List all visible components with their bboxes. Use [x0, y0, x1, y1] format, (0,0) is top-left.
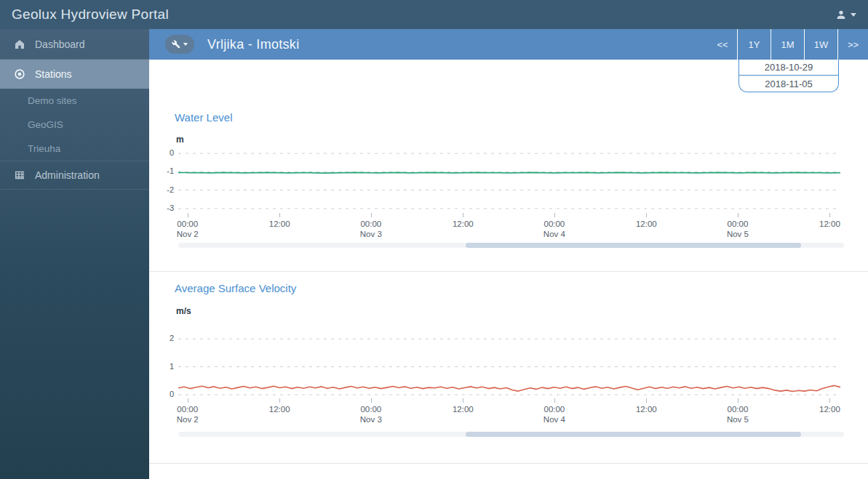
range-button-1y[interactable]: 1Y	[738, 29, 771, 60]
chart-horizontal-scrollbar[interactable]	[178, 243, 844, 248]
x-axis-time-label: 00:00	[722, 220, 754, 228]
sidebar-item-geogis[interactable]: GeoGIS	[0, 113, 149, 137]
x-axis-tick	[829, 213, 830, 217]
date-range-start[interactable]: 2018-10-29	[739, 60, 838, 76]
x-axis-time-label: 12:00	[263, 405, 295, 414]
y-axis-tick-label: -3	[152, 204, 174, 212]
data-series-line	[178, 385, 840, 391]
x-axis-time-label: 12:00	[263, 220, 295, 228]
sidebar: DashboardStationsDemo sitesGeoGISTrieuha…	[0, 29, 149, 479]
range-controls: << 1Y1M1W >>	[708, 29, 868, 60]
chart-title: Water Level	[175, 111, 232, 124]
sidebar-item-label: Stations	[35, 68, 72, 80]
x-axis-date-label: Nov 4	[538, 230, 570, 238]
sidebar-item-demo-sites[interactable]: Demo sites	[0, 89, 149, 113]
sidebar-item-label: Dashboard	[35, 39, 85, 50]
y-axis-tick-label: -1	[152, 166, 174, 175]
x-axis: 00:00Nov 212:0000:00Nov 312:0000:00Nov 4…	[178, 398, 840, 432]
x-axis-time-label: 12:00	[813, 405, 845, 414]
x-axis-time-label: 00:00	[355, 405, 387, 414]
x-axis-date-label: Nov 4	[538, 415, 570, 424]
sidebar-item-label: Demo sites	[28, 95, 77, 106]
x-axis-tick	[646, 398, 647, 403]
chart-plot-area	[178, 331, 840, 400]
chart-unit-label: m/s	[176, 306, 191, 316]
y-axis-tick-label: 1	[152, 362, 174, 371]
station-toolbar: Vrljika - Imotski << 1Y1M1W >>	[149, 29, 868, 60]
range-button-1m[interactable]: 1M	[771, 29, 804, 60]
table-icon	[13, 169, 25, 182]
scrollbar-thumb[interactable]	[466, 243, 800, 248]
x-axis-tick	[371, 213, 372, 217]
x-axis-date-label: Nov 2	[172, 415, 204, 424]
y-axis-tick-label: -2	[152, 185, 174, 194]
sidebar-item-administration[interactable]: Administration	[0, 161, 149, 190]
chart-title: Average Surface Velocity	[175, 282, 296, 294]
x-axis-time-label: 12:00	[630, 220, 662, 228]
x-axis-tick	[188, 213, 188, 217]
x-axis-date-label: Nov 5	[722, 415, 754, 424]
x-axis-time-label: 12:00	[447, 220, 479, 228]
x-axis-date-label: Nov 2	[172, 230, 204, 238]
x-axis-date-label: Nov 3	[355, 415, 387, 424]
x-axis-time-label: 00:00	[355, 220, 387, 228]
range-button-1w[interactable]: 1W	[805, 29, 837, 60]
x-axis-tick	[554, 398, 555, 403]
x-axis: 00:00Nov 212:0000:00Nov 312:0000:00Nov 4…	[178, 213, 840, 246]
home-icon	[13, 38, 25, 50]
sidebar-item-label: Administration	[35, 169, 100, 181]
chart-horizontal-scrollbar[interactable]	[178, 432, 844, 437]
sidebar-item-label: Trieuha	[28, 143, 60, 154]
x-axis-tick	[463, 213, 463, 217]
x-axis-time-label: 00:00	[722, 405, 754, 414]
section-divider	[149, 271, 868, 272]
user-menu-button[interactable]	[824, 0, 868, 29]
caret-down-icon	[851, 13, 856, 17]
scrollbar-thumb[interactable]	[466, 432, 800, 437]
y-axis-tick-label: 0	[152, 148, 174, 157]
chart-plot-area	[178, 148, 840, 213]
x-axis-tick	[279, 213, 280, 217]
user-icon	[835, 9, 847, 20]
sidebar-item-label: GeoGIS	[28, 119, 63, 130]
section-divider	[149, 463, 868, 464]
app-header: Geolux Hydroview Portal	[0, 0, 868, 29]
x-axis-time-label: 00:00	[172, 220, 204, 228]
x-axis-date-label: Nov 3	[355, 230, 387, 238]
y-axis-tick-label: 0	[152, 390, 174, 398]
sidebar-item-dashboard[interactable]: Dashboard	[0, 29, 149, 60]
station-settings-button[interactable]	[165, 35, 194, 54]
wrench-icon	[172, 40, 180, 49]
x-axis-tick	[188, 398, 188, 403]
x-axis-tick	[463, 398, 463, 403]
sidebar-item-trieuha[interactable]: Trieuha	[0, 137, 149, 161]
x-axis-time-label: 00:00	[538, 220, 570, 228]
prev-range-button[interactable]: <<	[708, 29, 737, 60]
x-axis-time-label: 12:00	[447, 405, 479, 414]
date-range-end[interactable]: 2018-11-05	[739, 76, 838, 92]
station-title: Vrljika - Imotski	[207, 37, 299, 52]
x-axis-time-label: 12:00	[630, 405, 662, 414]
x-axis-time-label: 00:00	[538, 405, 570, 414]
x-axis-tick	[738, 213, 738, 217]
sidebar-nav: DashboardStationsDemo sitesGeoGISTrieuha…	[0, 29, 149, 190]
next-range-button[interactable]: >>	[838, 29, 868, 60]
target-icon	[13, 68, 25, 81]
x-axis-time-label: 00:00	[172, 405, 204, 414]
date-range-box: 2018-10-29 2018-11-05	[738, 60, 839, 92]
x-axis-tick	[554, 213, 555, 217]
chart-unit-label: m	[176, 134, 184, 145]
sidebar-item-stations[interactable]: Stations	[0, 60, 149, 89]
x-axis-tick	[279, 398, 280, 403]
x-axis-tick	[829, 398, 830, 403]
x-axis-tick	[738, 398, 738, 403]
caret-down-icon	[183, 43, 188, 46]
x-axis-tick	[646, 213, 647, 217]
app-title: Geolux Hydroview Portal	[0, 7, 169, 23]
main-content: Vrljika - Imotski << 1Y1M1W >> 2018-10-2…	[149, 29, 868, 479]
y-axis-tick-label: 2	[152, 334, 174, 342]
x-axis-date-label: Nov 5	[722, 230, 754, 238]
data-series-line	[178, 172, 840, 173]
x-axis-tick	[371, 398, 372, 403]
x-axis-time-label: 12:00	[813, 220, 845, 228]
